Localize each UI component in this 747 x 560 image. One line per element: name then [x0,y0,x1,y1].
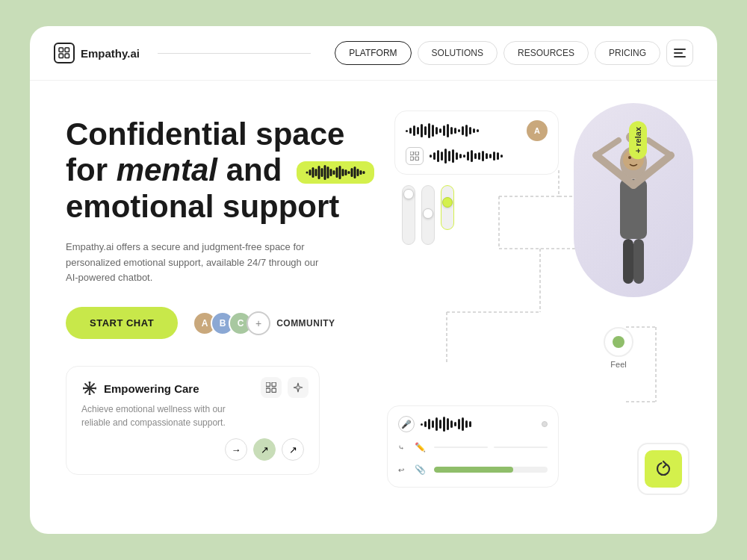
start-chat-button[interactable]: START CHAT [66,307,178,339]
svg-rect-4 [674,49,686,50]
progress-fill-green [434,467,513,473]
menu-icon[interactable] [666,40,693,66]
svg-rect-13 [324,165,326,180]
nav-platform[interactable]: PLATFORM [335,41,411,65]
svg-rect-11 [318,166,320,179]
relax-badge: + relax [629,121,647,159]
slider-3[interactable] [441,185,454,230]
pencil-icon: ✏️ [412,439,428,455]
svg-rect-1 [65,48,69,52]
svg-point-67 [628,156,631,159]
svg-rect-17 [336,167,338,178]
svg-rect-14 [327,167,329,178]
svg-rect-0 [59,48,63,52]
progress-bar-green [434,467,548,473]
recycle-icon [645,450,682,488]
slider-2[interactable] [421,185,435,245]
svg-rect-54 [415,152,419,155]
arrow-icon: ↩ [398,466,404,474]
svg-rect-18 [339,166,341,179]
slider-thumb-3 [442,197,453,208]
svg-point-32 [89,393,91,396]
svg-rect-37 [266,388,270,393]
svg-rect-36 [272,382,276,387]
svg-rect-8 [309,169,311,175]
audio-panel-bottom: 🎤 ⤷ ✏️ [387,405,559,488]
snowflake-icon [81,380,98,396]
svg-rect-64 [623,239,633,284]
logo-text: Empathy.ai [81,47,140,60]
svg-rect-22 [351,168,353,177]
nav-pricing[interactable]: PRICING [595,41,660,65]
waveform-1 [406,122,521,140]
svg-rect-15 [330,169,332,176]
svg-rect-3 [65,54,69,58]
curve-icon: ⤷ [398,444,404,452]
svg-rect-7 [306,172,309,174]
card-actions-top [261,377,309,398]
logo-separator [158,53,311,54]
svg-rect-5 [674,52,683,54]
svg-rect-2 [59,54,63,58]
card-buttons-row: → ↗ ↗ [81,438,304,461]
arrow-up-right-btn-1[interactable]: ↗ [253,438,276,461]
hero-headline: Confidential space for mental and emotio… [66,116,379,225]
hero-subtitle: Empathy.ai offers a secure and judgment-… [66,240,320,286]
arrow-up-right-btn-2[interactable]: ↗ [282,438,304,461]
grid-icon-box [406,147,424,165]
svg-rect-20 [345,169,347,175]
page-wrapper: Empathy.ai PLATFORM SOLUTIONS RESOURCES … [0,0,747,560]
headline-and: and [217,152,282,187]
audio-panel-top: A [394,111,559,175]
svg-rect-10 [315,169,317,176]
connector-dot-1 [542,421,548,427]
headline-line3: emotional support [66,189,339,224]
logo-area: Empathy.ai [54,43,323,63]
left-side: Confidential space for mental and emotio… [66,111,379,510]
mini-avatar: A [527,120,548,141]
panel-row-1: A [406,120,548,141]
community-label: COMMUNITY [276,318,335,329]
svg-rect-19 [342,169,344,176]
svg-rect-12 [321,168,323,177]
mic-icon: 🎤 [398,416,415,432]
avatar-plus: + [247,311,270,335]
svg-point-33 [83,388,85,390]
svg-rect-6 [674,56,686,57]
small-line-2 [494,447,548,448]
clip-icon: 📎 [412,461,428,478]
refresh-box[interactable] [637,443,689,495]
svg-rect-35 [266,382,270,387]
right-side: A [379,111,693,510]
bottom-row-1: 🎤 [398,415,548,433]
svg-rect-24 [357,169,359,176]
bottom-row-3: ↩ 📎 [398,461,548,478]
sliders-panel [402,185,454,245]
community-area: A B C + COMMUNITY [193,311,335,335]
nav-solutions[interactable]: SOLUTIONS [418,41,498,65]
svg-rect-65 [633,239,644,284]
waveform-bottom [421,415,536,433]
diagram-container: A [379,111,693,510]
slider-thumb-2 [423,208,433,219]
card-title: Empowering Care [104,382,199,395]
svg-line-62 [648,140,671,155]
svg-rect-16 [333,170,335,175]
cta-row: START CHAT A B C + COMMUNITY [66,307,379,339]
panel-row-2 [406,147,548,165]
nav-links: PLATFORM SOLUTIONS RESOURCES PRICING [335,40,693,66]
content-area: Confidential space for mental and emotio… [30,81,717,534]
slider-1[interactable] [402,185,415,245]
headline-italic: mental [117,152,217,187]
sparkle-action-icon[interactable] [288,377,309,398]
svg-rect-38 [272,388,276,393]
waveform-badge [297,161,374,184]
small-line-1 [434,447,488,448]
waveform-2 [430,147,548,165]
feel-dot [604,327,633,357]
main-card: Empathy.ai PLATFORM SOLUTIONS RESOURCES … [30,26,717,534]
svg-point-31 [89,382,91,384]
nav-resources[interactable]: RESOURCES [503,41,589,65]
arrow-right-btn[interactable]: → [225,438,247,461]
grid-action-icon[interactable] [261,377,282,398]
